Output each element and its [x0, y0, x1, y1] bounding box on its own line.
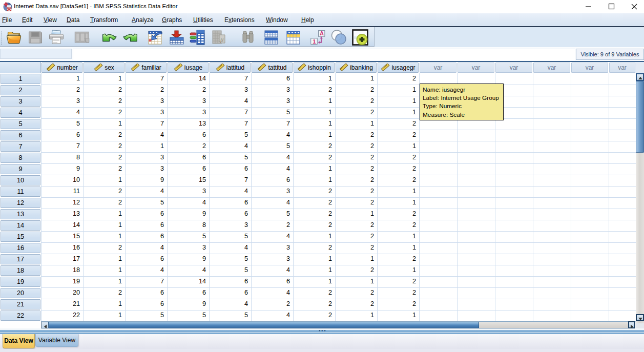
svg-text:μ: μ	[220, 35, 224, 43]
svg-text:A: A	[320, 30, 324, 36]
svg-text:1: 1	[313, 38, 316, 45]
